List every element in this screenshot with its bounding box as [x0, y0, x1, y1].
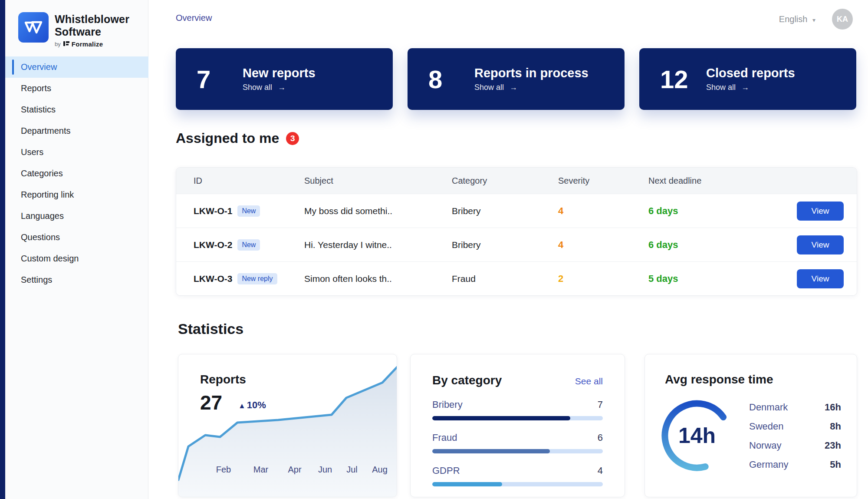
sidebar-item-label: Categories: [21, 169, 63, 178]
sidebar-item-questions[interactable]: Questions: [5, 227, 148, 248]
sidebar-item-overview[interactable]: Overview: [5, 56, 148, 78]
language-label: English: [779, 14, 808, 24]
assigned-title: Assigned to me: [176, 130, 279, 146]
sidebar-item-label: Statistics: [21, 105, 56, 115]
report-id: LKW-O-2: [194, 240, 232, 250]
x-axis-label: Jul: [346, 465, 358, 474]
x-axis-label: Apr: [288, 465, 301, 474]
category-label: GDPR: [432, 465, 460, 476]
main-content: Overview English ▾ KA 7 New reports Show…: [148, 0, 868, 499]
closed-count: 12: [660, 65, 691, 94]
card-reports-in-process[interactable]: 8 Reports in process Show all →: [408, 48, 625, 110]
card-closed-reports[interactable]: 12 Closed reports Show all →: [639, 48, 856, 110]
formalize-icon: [63, 41, 69, 48]
sidebar-item-settings[interactable]: Settings: [5, 269, 148, 291]
country-value: 16h: [825, 402, 841, 413]
avatar[interactable]: KA: [832, 9, 853, 30]
response-gauge: 14h: [657, 396, 737, 476]
brand: Whistleblower Software by Formalize: [18, 12, 129, 48]
reports-chart-card: FebMarAprJunJulAug Reports 27 ▲10%: [178, 354, 397, 497]
sidebar-item-departments[interactable]: Departments: [5, 120, 148, 142]
window-edge-strip: [0, 0, 5, 499]
category-row: Fraud 6: [432, 432, 603, 453]
view-button[interactable]: View: [797, 269, 844, 288]
category-value: 6: [598, 432, 603, 443]
x-axis-label: Jun: [318, 465, 332, 474]
brand-name-line1: Whistleblower: [55, 13, 129, 26]
sidebar-item-label: Reporting link: [21, 190, 74, 200]
see-all-link[interactable]: See all: [575, 376, 603, 387]
in-process-title: Reports in process: [474, 66, 589, 80]
table-row[interactable]: LKW-O-3 New reply Simon often looks th..…: [176, 261, 857, 295]
card-new-reports[interactable]: 7 New reports Show all →: [176, 48, 393, 110]
arrow-right-icon: →: [741, 83, 749, 92]
country-value: 23h: [825, 440, 841, 451]
sidebar-item-categories[interactable]: Categories: [5, 163, 148, 184]
show-all-link[interactable]: Show all →: [474, 83, 589, 92]
avg-response-card: Avg response time 14h Denmark 16h Sweden: [644, 354, 857, 497]
category-bar-fill: [432, 449, 550, 453]
sidebar-nav: Overview Reports Statistics Departments …: [5, 56, 148, 291]
language-selector[interactable]: English ▾: [779, 14, 815, 24]
col-header-subject: Subject: [304, 176, 452, 186]
col-header-next-deadline: Next deadline: [648, 176, 788, 186]
country-label: Norway: [749, 440, 782, 451]
show-all-link[interactable]: Show all →: [706, 83, 795, 92]
show-all-label: Show all: [243, 83, 272, 92]
report-category: Fraud: [452, 274, 558, 284]
new-reports-title: New reports: [243, 66, 316, 80]
report-deadline: 5 days: [648, 273, 788, 284]
sidebar-item-custom-design[interactable]: Custom design: [5, 248, 148, 269]
sidebar-item-label: Users: [21, 147, 43, 157]
trend-up-icon: ▲: [238, 402, 246, 410]
status-badge: New: [237, 205, 260, 217]
report-category: Bribery: [452, 240, 558, 250]
sidebar-item-users[interactable]: Users: [5, 142, 148, 163]
sidebar-item-reports[interactable]: Reports: [5, 78, 148, 99]
brand-name-line2: Software: [55, 26, 129, 38]
status-badge: New: [237, 239, 260, 251]
col-header-id: ID: [176, 176, 304, 186]
report-severity: 2: [558, 273, 648, 284]
sidebar-item-label: Questions: [21, 232, 60, 242]
sidebar-item-label: Overview: [21, 62, 57, 72]
show-all-label: Show all: [706, 83, 736, 92]
sidebar-item-statistics[interactable]: Statistics: [5, 99, 148, 120]
category-bar-track: [432, 416, 603, 420]
reports-total: 27: [200, 391, 222, 414]
country-value: 8h: [830, 421, 841, 432]
assigned-header: Assigned to me 3: [176, 130, 299, 146]
by-category-card: By category See all Bribery 7 Fraud 6 GD…: [410, 354, 625, 497]
report-id: LKW-O-1: [194, 206, 232, 216]
report-severity: 4: [558, 205, 648, 217]
show-all-link[interactable]: Show all →: [243, 83, 316, 92]
sidebar-item-label: Departments: [21, 126, 71, 136]
category-bar-fill: [432, 482, 502, 486]
x-axis-label: Aug: [372, 465, 388, 474]
view-button[interactable]: View: [797, 235, 844, 254]
byline-brand: Formalize: [72, 40, 103, 48]
breadcrumb[interactable]: Overview: [176, 13, 212, 23]
view-button[interactable]: View: [797, 202, 844, 221]
category-value: 4: [598, 465, 603, 476]
statistics-title: Statistics: [178, 321, 243, 337]
category-value: 7: [598, 399, 603, 410]
sidebar-item-reporting-link[interactable]: Reporting link: [5, 184, 148, 205]
status-badge: New reply: [237, 273, 277, 284]
closed-title: Closed reports: [706, 66, 795, 80]
country-label: Germany: [749, 459, 788, 470]
chevron-down-icon: ▾: [812, 17, 815, 23]
avg-row: Norway 23h: [749, 436, 841, 455]
report-deadline: 6 days: [648, 239, 788, 251]
category-bar-track: [432, 482, 603, 486]
table-row[interactable]: LKW-O-2 New Hi. Yesterday I witne.. Brib…: [176, 228, 857, 261]
avg-response-list: Denmark 16h Sweden 8h Norway 23h Germany…: [749, 398, 841, 474]
byline-prefix: by: [55, 41, 61, 47]
arrow-right-icon: →: [278, 83, 286, 92]
category-label: Fraud: [432, 432, 457, 443]
table-row[interactable]: LKW-O-1 New My boss did somethi.. Briber…: [176, 194, 857, 228]
table-header-row: ID Subject Category Severity Next deadli…: [176, 168, 857, 194]
whistleblower-logo-icon: [18, 12, 49, 43]
sidebar-item-languages[interactable]: Languages: [5, 205, 148, 227]
sidebar: Whistleblower Software by Formalize Over…: [5, 0, 148, 499]
